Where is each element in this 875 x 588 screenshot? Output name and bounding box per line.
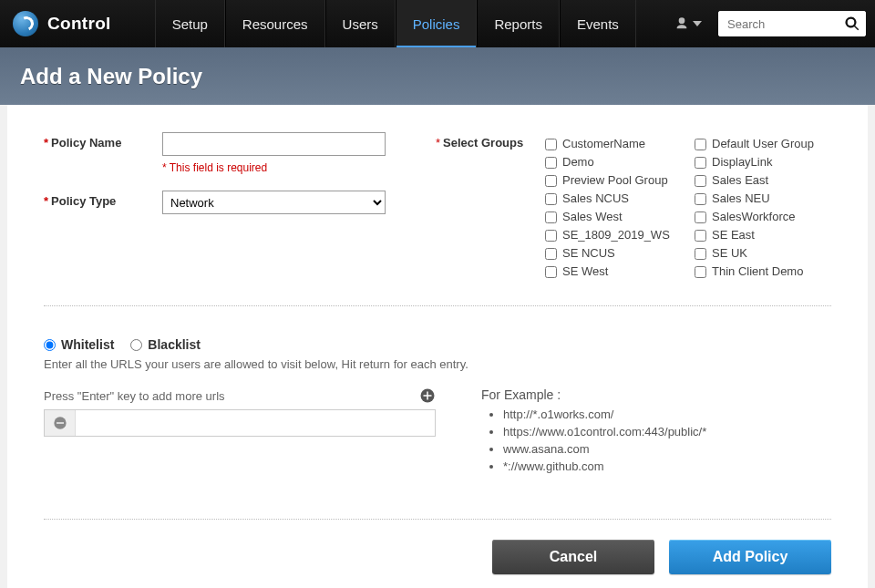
urls-head: Press "Enter" key to add more urls bbox=[44, 387, 436, 404]
nav-policies[interactable]: Policies bbox=[396, 0, 478, 47]
group-checkbox[interactable]: Thin Client Demo bbox=[695, 263, 831, 280]
checkbox-label: DisplayLink bbox=[712, 154, 772, 170]
checkbox-label: SalesWorkforce bbox=[712, 209, 796, 225]
example-item: https://www.o1control.com:443/public/* bbox=[503, 423, 706, 440]
nav-label: Policies bbox=[413, 16, 460, 32]
search bbox=[718, 11, 866, 36]
form-actions: Cancel Add Policy bbox=[44, 540, 831, 574]
nav-events[interactable]: Events bbox=[560, 0, 636, 47]
user-menu[interactable] bbox=[667, 11, 709, 36]
field-policy-type: *Policy Type Network bbox=[44, 191, 436, 214]
checkbox[interactable] bbox=[695, 211, 706, 223]
urls-head-text: Press "Enter" key to add more urls bbox=[44, 389, 225, 403]
checkbox-label: Demo bbox=[562, 154, 594, 170]
blacklist-radio[interactable]: Blacklist bbox=[130, 337, 201, 352]
url-row bbox=[44, 409, 436, 437]
policy-type-select[interactable]: Network bbox=[162, 191, 386, 214]
groups-col-2: Default User Group DisplayLink Sales Eas… bbox=[695, 136, 831, 280]
checkbox-label: Thin Client Demo bbox=[712, 263, 803, 280]
group-checkbox[interactable]: SE East bbox=[695, 227, 831, 243]
group-checkbox[interactable]: SE NCUS bbox=[545, 245, 682, 262]
checkbox-label: SE_1809_2019_WS bbox=[562, 227, 670, 243]
checkbox[interactable] bbox=[545, 211, 557, 223]
checkbox[interactable] bbox=[545, 157, 557, 169]
checkbox-label: CustomerName bbox=[562, 136, 645, 152]
field-policy-name: *Policy Name * This field is required bbox=[44, 132, 436, 174]
checkbox-label: Default User Group bbox=[712, 136, 814, 152]
label-text: Policy Name bbox=[51, 136, 121, 150]
left-column: *Policy Name * This field is required *P… bbox=[44, 132, 436, 231]
button-label: Add Policy bbox=[713, 549, 788, 564]
checkbox[interactable] bbox=[545, 266, 557, 278]
required-asterisk: * bbox=[44, 194, 48, 208]
checkbox-label: SE East bbox=[712, 227, 755, 243]
group-checkbox[interactable]: Default User Group bbox=[695, 136, 831, 152]
group-checkbox[interactable]: SE_1809_2019_WS bbox=[545, 227, 682, 243]
section-divider bbox=[44, 305, 831, 306]
checkbox[interactable] bbox=[545, 193, 557, 205]
group-checkbox[interactable]: Demo bbox=[545, 154, 682, 170]
nav-label: Reports bbox=[494, 16, 542, 32]
checkbox-label: SE West bbox=[562, 263, 608, 280]
list-mode-hint: Enter all the URLS your users are allowe… bbox=[44, 357, 831, 371]
svg-rect-2 bbox=[57, 422, 64, 423]
urls-example: For Example : http://*.o1works.com/ http… bbox=[481, 387, 706, 475]
nav-users[interactable]: Users bbox=[325, 0, 396, 47]
group-checkbox[interactable]: CustomerName bbox=[545, 136, 682, 152]
search-button[interactable] bbox=[844, 15, 862, 33]
brand[interactable]: Control bbox=[0, 11, 128, 36]
checkbox-label: SE UK bbox=[712, 245, 747, 262]
form-row-top: *Policy Name * This field is required *P… bbox=[44, 132, 831, 280]
group-checkbox[interactable]: Sales NCUS bbox=[545, 191, 682, 207]
nav-label: Resources bbox=[242, 16, 308, 32]
checkbox[interactable] bbox=[695, 230, 706, 242]
radio[interactable] bbox=[44, 339, 56, 351]
checkbox[interactable] bbox=[545, 230, 557, 242]
checkbox[interactable] bbox=[695, 175, 706, 187]
group-checkbox[interactable]: Sales West bbox=[545, 209, 682, 225]
nav-reports[interactable]: Reports bbox=[477, 0, 560, 47]
checkbox[interactable] bbox=[545, 248, 557, 260]
example-item: *://www.github.com bbox=[503, 458, 706, 475]
checkbox[interactable] bbox=[695, 139, 706, 150]
checkbox[interactable] bbox=[695, 266, 706, 278]
topbar: Control Setup Resources Users Policies R… bbox=[0, 0, 875, 47]
checkbox[interactable] bbox=[545, 139, 557, 150]
group-checkbox[interactable]: Sales East bbox=[695, 172, 831, 189]
checkbox[interactable] bbox=[695, 157, 706, 169]
titlebar: Add a New Policy bbox=[0, 47, 875, 105]
remove-url-cell bbox=[45, 410, 76, 436]
whitelist-radio[interactable]: Whitelist bbox=[44, 337, 114, 352]
checkbox[interactable] bbox=[545, 175, 557, 187]
urls-area: Press "Enter" key to add more urls For E… bbox=[44, 387, 831, 475]
example-item: www.asana.com bbox=[503, 440, 706, 458]
radio-label: Blacklist bbox=[148, 337, 201, 352]
checkbox[interactable] bbox=[695, 193, 706, 205]
group-checkbox[interactable]: SalesWorkforce bbox=[695, 209, 831, 225]
caret-down-icon bbox=[693, 19, 702, 28]
radio[interactable] bbox=[130, 339, 142, 351]
radio-label: Whitelist bbox=[61, 337, 114, 352]
remove-url-button[interactable] bbox=[52, 415, 68, 431]
cancel-button[interactable]: Cancel bbox=[492, 540, 654, 574]
checkbox-label: SE NCUS bbox=[562, 245, 615, 262]
add-policy-button[interactable]: Add Policy bbox=[669, 540, 831, 574]
urls-left: Press "Enter" key to add more urls bbox=[44, 387, 436, 437]
group-checkbox[interactable]: Preview Pool Group bbox=[545, 172, 682, 189]
url-input[interactable] bbox=[76, 410, 435, 436]
group-checkbox[interactable]: SE UK bbox=[695, 245, 831, 262]
group-checkbox[interactable]: DisplayLink bbox=[695, 154, 831, 170]
group-checkbox[interactable]: Sales NEU bbox=[695, 191, 831, 207]
add-url-button[interactable] bbox=[419, 387, 436, 404]
nav-setup[interactable]: Setup bbox=[155, 0, 225, 47]
nav-label: Setup bbox=[172, 16, 208, 32]
checkbox[interactable] bbox=[695, 248, 706, 260]
policy-name-input[interactable] bbox=[162, 132, 386, 156]
plus-circle-icon bbox=[419, 387, 436, 404]
group-checkbox[interactable]: SE West bbox=[545, 263, 682, 280]
required-asterisk: * bbox=[436, 136, 440, 150]
nav-resources[interactable]: Resources bbox=[225, 0, 325, 47]
label-policy-name: *Policy Name bbox=[44, 132, 162, 150]
list-mode-row: Whitelist Blacklist bbox=[44, 337, 831, 352]
label-select-groups: *Select Groups bbox=[436, 132, 545, 150]
